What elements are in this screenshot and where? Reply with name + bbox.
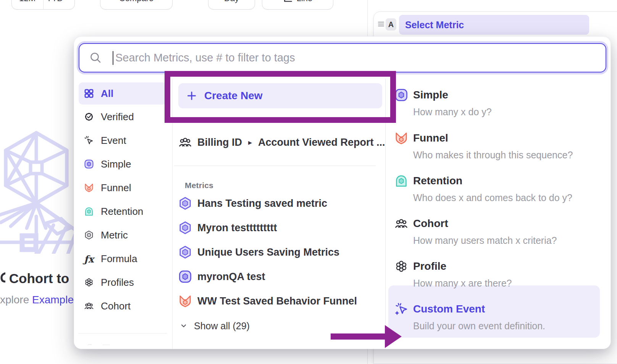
chart-type-line-button[interactable]: Line: [262, 0, 333, 10]
metric-list-item[interactable]: Myron testtttttttt: [178, 219, 277, 236]
compare-label: Compare: [119, 0, 153, 3]
retention-icon: [394, 174, 408, 188]
verified-badge-icon: [84, 112, 94, 122]
sidebar-item-profiles[interactable]: Profiles: [79, 271, 167, 293]
funnel-icon: [394, 131, 408, 145]
type-option-simple[interactable]: Simple How many x do y?: [385, 88, 611, 119]
simple-metric-icon: [394, 88, 408, 102]
type-title: Profile: [413, 259, 611, 273]
subtext-text: xplore: [0, 294, 29, 306]
clipped-glyph: [0, 270, 5, 283]
sidebar-label: Event: [101, 135, 126, 147]
saved-metric-icon: [178, 196, 192, 210]
sidebar-label: All: [101, 88, 113, 100]
example-boards-link[interactable]: Example: [32, 294, 74, 306]
sidebar-item-funnel[interactable]: Funnel: [79, 177, 167, 199]
type-option-cohort[interactable]: Cohort How many users match x criteria?: [385, 217, 611, 247]
type-subtitle: How many users match x criteria?: [413, 234, 611, 247]
metric-list-item[interactable]: Hans Testing saved metric: [178, 195, 327, 212]
metric-list-item[interactable]: Unique Users Saving Metrics: [178, 244, 339, 261]
simple-metric-icon: [84, 159, 94, 169]
chevron-down-icon: [65, 0, 71, 2]
select-metric-pill[interactable]: Select Metric: [399, 15, 589, 35]
sidebar-label: Simple: [101, 158, 131, 170]
range-12m-button[interactable]: 12M: [12, 0, 44, 9]
metric-name: myronQA test: [197, 271, 265, 283]
line-chart-icon: [283, 0, 293, 3]
sidebar-item-partial[interactable]: [84, 343, 110, 349]
metric-picker-modal: All Verified Event: [74, 36, 611, 349]
recent-item-secondary: Account Viewed Report ...: [258, 137, 385, 148]
sidebar-item-verified[interactable]: Verified: [79, 106, 167, 128]
event-cursor-icon: [84, 135, 94, 145]
create-new-button[interactable]: Create New: [178, 83, 382, 108]
drag-handle-icon[interactable]: [378, 22, 384, 27]
type-option-custom-event[interactable]: Custom Event Build your own event defini…: [385, 302, 611, 333]
sidebar-label: Formula: [101, 253, 137, 265]
sidebar-label: Funnel: [101, 182, 131, 194]
chevron-down-icon: [179, 322, 188, 330]
metric-list-item[interactable]: myronQA test: [178, 268, 265, 285]
type-title: Cohort: [413, 217, 611, 230]
show-all-label: Show all (29): [194, 321, 250, 332]
clipped-label-fragment: [102, 345, 110, 348]
funnel-icon: [84, 183, 94, 193]
type-option-profile[interactable]: Profile How many x are there?: [385, 259, 611, 290]
sidebar-item-all[interactable]: All: [79, 82, 167, 105]
range-ytd-button[interactable]: YTD: [44, 0, 75, 9]
type-title: Simple: [413, 88, 611, 102]
show-all-toggle[interactable]: Show all (29): [179, 317, 250, 334]
sidebar-item-metric[interactable]: Metric: [79, 224, 167, 246]
empty-state-headline: Cohort to ge: [0, 270, 73, 286]
metric-name: WW Test Saved Behavior Funnel: [197, 295, 357, 307]
series-a-label: A: [388, 20, 394, 29]
type-title: Custom Event: [413, 302, 611, 316]
line-label: Line: [297, 0, 313, 3]
sidebar-item-event[interactable]: Event: [79, 129, 167, 151]
sidebar-item-retention[interactable]: Retention: [79, 200, 167, 222]
metrics-header: Metrics: [185, 181, 213, 190]
sidebar-item-simple[interactable]: Simple: [79, 153, 167, 175]
create-new-label: Create New: [204, 90, 263, 102]
recent-item-primary: Billing ID: [197, 137, 242, 148]
sidebar-divider: [172, 79, 173, 349]
breadcrumb-arrow: ▸: [248, 138, 252, 147]
recents-header: Recents: [179, 115, 211, 124]
saved-metric-icon: [178, 245, 192, 259]
funnel-icon: [178, 294, 192, 308]
empty-state-illustration: [0, 128, 76, 254]
grid-icon: [84, 89, 94, 98]
range-ytd-label: YTD: [46, 0, 63, 3]
page: 12M YTD Compare Day Line A: [0, 0, 617, 364]
metric-name: Myron testtttttttt: [197, 222, 277, 234]
metric-name: Unique Users Saving Metrics: [197, 246, 339, 258]
granularity-day-button[interactable]: Day: [208, 0, 255, 10]
metric-name: Hans Testing saved metric: [197, 198, 327, 209]
sidebar-item-formula[interactable]: ƒx Formula: [79, 248, 167, 270]
search-icon: [89, 52, 102, 64]
sidebar-item-cohort[interactable]: Cohort: [79, 295, 167, 317]
metric-list-item[interactable]: WW Test Saved Behavior Funnel: [178, 293, 357, 309]
custom-event-icon: [394, 302, 408, 316]
recents-metrics-divider: [174, 166, 376, 166]
type-option-retention[interactable]: Retention Who does x and comes back to d…: [385, 174, 611, 205]
day-label: Day: [224, 0, 239, 3]
sidebar-label: Retention: [101, 206, 143, 217]
tag-icon: [84, 343, 94, 349]
empty-state-subtext: xplore Example: [0, 294, 74, 306]
text-cursor: [113, 51, 113, 65]
type-subtitle: Who does x and comes back to do y?: [413, 191, 611, 205]
sidebar-label: Profiles: [101, 277, 134, 288]
sidebar-section-divider: [79, 333, 167, 333]
metric-search-bar: [79, 43, 606, 72]
search-input[interactable]: [115, 44, 600, 71]
metric-hexagon-icon: [84, 230, 94, 240]
profiles-cluster-icon: [394, 259, 408, 273]
sidebar-label: Verified: [101, 111, 134, 123]
cohort-people-icon: [394, 217, 408, 230]
compare-button[interactable]: Compare: [100, 0, 173, 10]
type-subtitle: How many x do y?: [413, 105, 611, 119]
recent-item-billing[interactable]: Billing ID ▸ Account Viewed Report ...: [178, 134, 385, 151]
type-subtitle: Build your own event definition.: [413, 319, 611, 333]
type-option-funnel[interactable]: Funnel Who makes it through this sequenc…: [385, 131, 611, 162]
